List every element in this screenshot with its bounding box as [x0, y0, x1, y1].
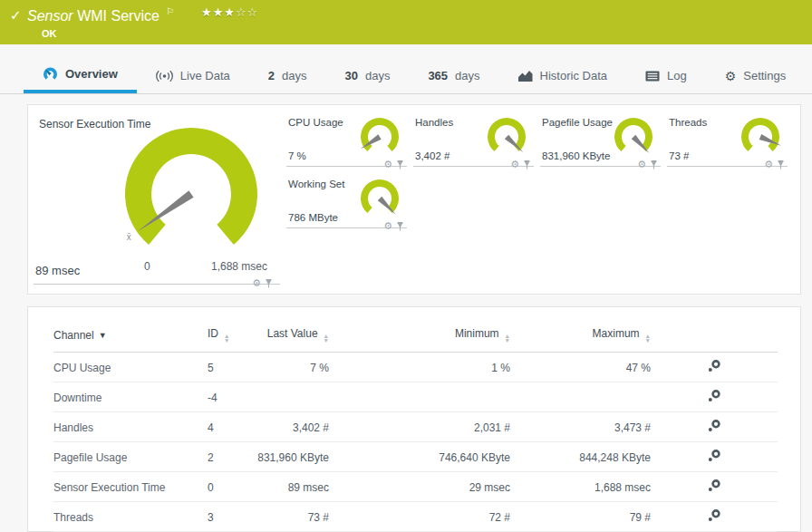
- gauge-cpu-usage[interactable]: CPU Usage7 %⚙: [286, 114, 407, 167]
- historic-data-icon: [518, 70, 533, 82]
- table-row: Handles43,402 #2,031 #3,473 #: [53, 412, 778, 442]
- priority-stars[interactable]: ★★★☆☆: [201, 5, 258, 19]
- gauge-dial: [734, 114, 787, 163]
- tab-label: days: [282, 69, 306, 82]
- column-label: Channel: [53, 329, 94, 342]
- gauge-title: Working Set: [288, 179, 344, 189]
- tab-label: Live Data: [180, 69, 230, 82]
- gauge-tools: ⚙: [510, 160, 531, 169]
- pin-icon[interactable]: [396, 160, 404, 169]
- pin-icon[interactable]: [777, 160, 785, 169]
- column-header-channel[interactable]: Channel▼: [53, 320, 208, 353]
- cell-max: 47 %: [510, 353, 651, 382]
- cell-min: 2,031 #: [329, 412, 510, 442]
- gauge-title: Pagefile Usage: [542, 117, 613, 128]
- gauge-settings-gear-icon[interactable]: ⚙: [383, 221, 392, 231]
- gauge-title: Sensor Execution Time: [39, 118, 150, 131]
- gauge-tools: ⚙: [637, 160, 658, 169]
- column-header-id[interactable]: ID▲▼: [208, 320, 253, 353]
- cell-max: 844,248 KByte: [510, 442, 651, 472]
- gauge-dial: [353, 176, 406, 225]
- cell-max: 1,688 msec: [510, 472, 651, 502]
- gauge-sensor-execution-time[interactable]: Sensor Execution Time x̄ 89 msec 0 1,688…: [34, 112, 280, 285]
- column-header-last-value[interactable]: Last Value▲▼: [253, 320, 329, 353]
- cell-actions: [651, 412, 778, 442]
- sensor-title: Sensor WMI Service ⚐: [27, 6, 174, 24]
- gauge-threads[interactable]: Threads73 #⚙: [667, 114, 788, 167]
- gauge-settings-gear-icon[interactable]: ⚙: [252, 278, 261, 288]
- column-label: Minimum: [455, 327, 499, 340]
- column-header-maximum[interactable]: Maximum▲▼: [510, 320, 651, 353]
- cell-actions: [651, 382, 778, 412]
- gauge-settings-gear-icon[interactable]: ⚙: [510, 160, 519, 169]
- channel-settings-icon[interactable]: [708, 420, 720, 432]
- column-label: Maximum: [593, 327, 640, 340]
- channels-table: Channel▼ID▲▼Last Value▲▼Minimum▲▼Maximum…: [53, 320, 778, 532]
- cell-min: 72 #: [329, 502, 510, 532]
- cell-actions: [651, 442, 778, 472]
- table-row: Threads373 #72 #79 #: [53, 502, 778, 532]
- pin-icon[interactable]: [396, 222, 404, 231]
- channel-settings-icon[interactable]: [708, 479, 720, 492]
- tab-log[interactable]: Log: [626, 58, 706, 93]
- tab-days[interactable]: 2days: [249, 58, 326, 93]
- gauge-handles[interactable]: Handles3,402 #⚙: [413, 114, 534, 167]
- live-data-icon: [156, 70, 173, 82]
- gauge-tools: ⚙: [383, 160, 404, 169]
- gauge-settings-gear-icon[interactable]: ⚙: [764, 160, 773, 169]
- check-icon: ✓: [10, 7, 22, 24]
- tab-historic-data[interactable]: Historic Data: [499, 58, 626, 93]
- cell-id: -4: [208, 382, 253, 412]
- gauge-dial: [607, 114, 660, 163]
- gauge-settings-gear-icon[interactable]: ⚙: [383, 160, 392, 169]
- gauge-pagefile-usage[interactable]: Pagefile Usage831,960 KByte⚙: [540, 114, 661, 167]
- cell-last: 831,960 KByte: [253, 442, 329, 472]
- cell-min: 29 msec: [329, 472, 510, 502]
- channel-settings-icon[interactable]: [708, 360, 720, 372]
- table-header-row: Channel▼ID▲▼Last Value▲▼Minimum▲▼Maximum…: [53, 320, 778, 353]
- tab-label: days: [365, 69, 390, 82]
- cell-last: [253, 382, 329, 412]
- settings-gear-icon: ⚙: [725, 70, 737, 82]
- sort-desc-icon: ▼: [99, 331, 107, 340]
- gauge-icon: [43, 67, 58, 82]
- gauge-tools: ⚙: [383, 221, 404, 231]
- cell-channel: CPU Usage: [53, 353, 208, 382]
- cell-min: 1 %: [329, 353, 510, 382]
- tab-settings[interactable]: ⚙Settings: [706, 58, 806, 93]
- column-header-minimum[interactable]: Minimum▲▼: [329, 320, 510, 353]
- tab-live-data[interactable]: Live Data: [137, 58, 249, 93]
- tab-days[interactable]: 30days: [325, 58, 409, 93]
- cell-channel: Pagefile Usage: [53, 442, 208, 472]
- status-badge: OK: [42, 28, 57, 39]
- sort-icon: ▲▼: [224, 334, 229, 343]
- flag-icon[interactable]: ⚐: [166, 6, 174, 16]
- channel-settings-icon[interactable]: [708, 390, 720, 402]
- gauge-scale-max: 1,688 msec: [211, 260, 267, 273]
- sensor-status-header: ✓ Sensor WMI Service ⚐ ★★★☆☆ OK: [0, 0, 812, 44]
- tab-label: Settings: [743, 69, 786, 82]
- cell-id: 3: [208, 502, 253, 532]
- gauge-settings-gear-icon[interactable]: ⚙: [637, 160, 646, 169]
- tab-overview[interactable]: Overview: [24, 58, 137, 93]
- gauge-title: CPU Usage: [288, 117, 343, 128]
- channel-settings-icon[interactable]: [708, 450, 720, 462]
- cell-last: 89 msec: [253, 472, 329, 502]
- small-gauges-area: CPU Usage7 %⚙Handles3,402 #⚙Pagefile Usa…: [286, 114, 798, 237]
- tab-number: 2: [268, 69, 275, 82]
- gauge-working-set[interactable]: Working Set786 MByte⚙: [286, 176, 407, 228]
- cell-channel: Downtime: [53, 382, 208, 412]
- gauge-current-value: 3,402 #: [415, 150, 450, 161]
- channel-settings-icon[interactable]: [708, 509, 720, 522]
- cell-max: 3,473 #: [510, 412, 651, 442]
- table-body: CPU Usage57 %1 %47 %Downtime-4Handles43,…: [53, 353, 778, 532]
- pin-icon[interactable]: [523, 160, 531, 169]
- gauge-title: Handles: [415, 117, 453, 128]
- cell-actions: [651, 353, 778, 382]
- tab-days[interactable]: 365days: [409, 58, 498, 93]
- pin-icon[interactable]: [650, 160, 658, 169]
- gauge-dial: x̄: [46, 126, 282, 271]
- cell-id: 4: [208, 412, 253, 442]
- cell-channel: Sensor Execution Time: [53, 472, 208, 502]
- pin-icon[interactable]: [265, 279, 273, 288]
